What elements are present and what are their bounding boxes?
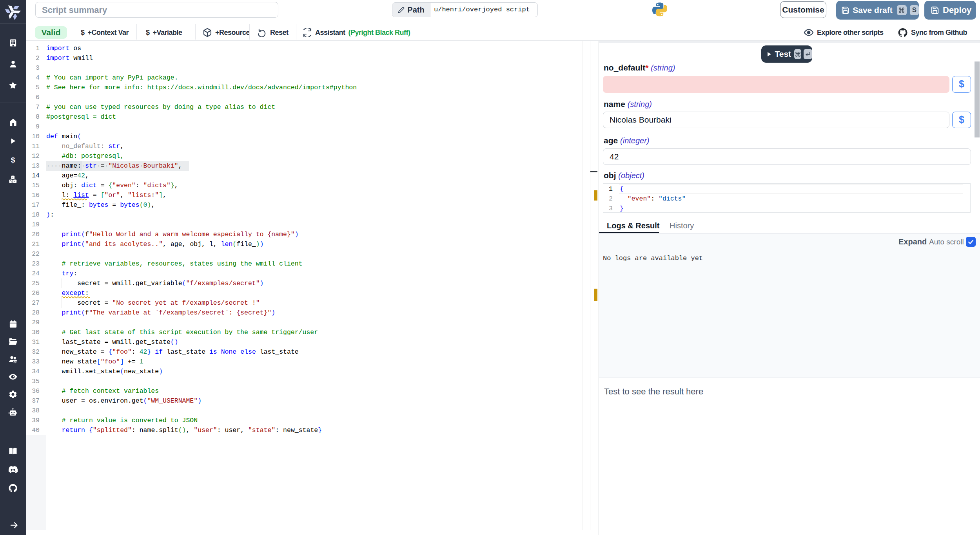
svg-text:$: $ xyxy=(11,156,15,164)
